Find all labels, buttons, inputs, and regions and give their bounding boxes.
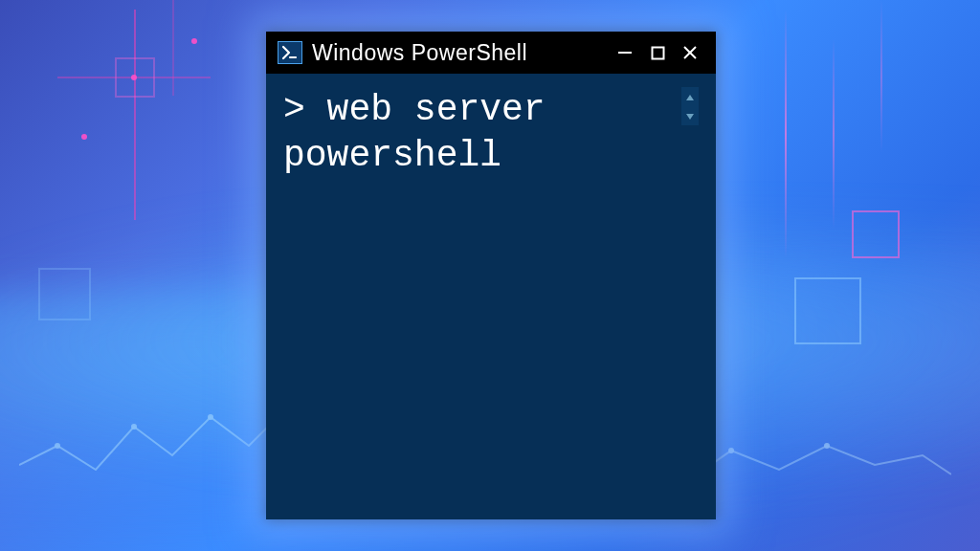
- window-controls: [609, 37, 706, 68]
- titlebar[interactable]: Windows PowerShell: [266, 32, 716, 74]
- powershell-icon: [278, 41, 302, 64]
- svg-point-1: [131, 424, 137, 430]
- scroll-up-icon[interactable]: [681, 89, 699, 106]
- svg-rect-10: [652, 47, 663, 58]
- terminal-content[interactable]: > web server powershell: [283, 87, 681, 178]
- svg-point-7: [824, 443, 830, 449]
- minimize-button[interactable]: [609, 37, 641, 68]
- close-button[interactable]: [674, 37, 706, 68]
- scroll-down-icon[interactable]: [681, 108, 699, 125]
- close-icon: [682, 45, 698, 60]
- minimize-icon: [617, 45, 633, 60]
- window-title: Windows PowerShell: [312, 40, 609, 66]
- svg-point-6: [728, 448, 734, 453]
- maximize-button[interactable]: [641, 37, 674, 68]
- maximize-icon: [651, 46, 665, 60]
- powershell-window: Windows PowerShell > web server p: [266, 32, 716, 519]
- svg-point-0: [55, 443, 60, 449]
- terminal-body[interactable]: > web server powershell: [266, 74, 716, 519]
- svg-point-2: [208, 414, 213, 420]
- command-line: > web server powershell: [283, 87, 681, 178]
- scrollbar[interactable]: [681, 87, 699, 125]
